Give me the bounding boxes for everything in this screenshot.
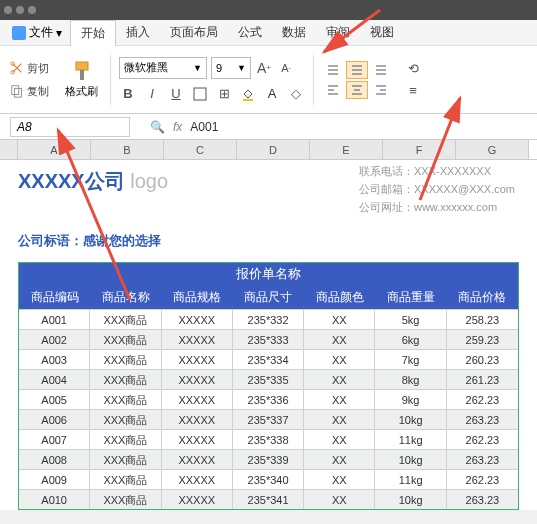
spreadsheet: ABCDEFG XXXXX公司 logo 联系电话：XXX-XXXXXXX 公司… <box>0 140 537 510</box>
align-bottom-button[interactable] <box>370 61 392 79</box>
phone-value: XXX-XXXXXXX <box>414 165 491 177</box>
align-left-button[interactable] <box>322 81 344 99</box>
underline-button[interactable]: U <box>167 85 185 103</box>
table-cell: XXX商品 <box>90 330 161 349</box>
tab-2[interactable]: 页面布局 <box>160 20 228 46</box>
ribbon: 剪切 复制 格式刷 微软雅黑 ▼ 9 ▼ A+ A- B I U <box>0 46 537 114</box>
col-header-F[interactable]: F <box>383 140 456 159</box>
col-header-B[interactable]: B <box>91 140 164 159</box>
table-row[interactable]: A002XXX商品XXXXX235*333XX6kg259.23 <box>19 329 518 349</box>
table-cell: XX <box>304 390 375 409</box>
align-top-button[interactable] <box>322 61 344 79</box>
orientation-button[interactable]: ⟲ <box>404 60 422 78</box>
indent-button[interactable]: ≡ <box>404 82 422 100</box>
tab-3[interactable]: 公式 <box>228 20 272 46</box>
svg-rect-5 <box>80 70 84 80</box>
table-row[interactable]: A004XXX商品XXXXX235*335XX8kg261.23 <box>19 369 518 389</box>
table-cell: XXXXX <box>162 310 233 329</box>
search-icon[interactable]: 🔍 <box>150 120 165 134</box>
copy-button[interactable]: 复制 <box>6 82 53 101</box>
increase-font-button[interactable]: A+ <box>255 59 273 77</box>
table-row[interactable]: A006XXX商品XXXXX235*337XX10kg263.23 <box>19 409 518 429</box>
table-cell: XXXXX <box>162 450 233 469</box>
table-cell: 10kg <box>375 450 446 469</box>
table-row[interactable]: A001XXX商品XXXXX235*332XX5kg258.23 <box>19 309 518 329</box>
format-painter-button[interactable]: 格式刷 <box>61 56 102 103</box>
font-size-select[interactable]: 9 ▼ <box>211 57 251 79</box>
table-cell: A006 <box>19 410 90 429</box>
scissors-icon <box>10 61 24 75</box>
align-middle-button[interactable] <box>346 61 368 79</box>
table-header-row: 商品编码商品名称商品规格商品尺寸商品颜色商品重量商品价格 <box>19 285 518 309</box>
table-cell: XXX商品 <box>90 310 161 329</box>
table-cell: XXX商品 <box>90 430 161 449</box>
table-cell: XXXXX <box>162 350 233 369</box>
table-cell: 11kg <box>375 430 446 449</box>
table-row[interactable]: A007XXX商品XXXXX235*338XX11kg262.23 <box>19 429 518 449</box>
svg-rect-2 <box>12 86 19 95</box>
cut-button[interactable]: 剪切 <box>6 59 53 78</box>
table-cell: XXX商品 <box>90 490 161 509</box>
table-cell: 5kg <box>375 310 446 329</box>
align-center-button[interactable] <box>346 81 368 99</box>
table-cell: XXX商品 <box>90 390 161 409</box>
table-row[interactable]: A008XXX商品XXXXX235*339XX10kg263.23 <box>19 449 518 469</box>
font-color-button[interactable]: A <box>263 85 281 103</box>
table-title: 报价单名称 <box>19 263 518 285</box>
decrease-font-button[interactable]: A- <box>277 59 295 77</box>
file-menu[interactable]: 文件 ▾ <box>6 22 68 43</box>
table-cell: 261.23 <box>447 370 518 389</box>
chevron-down-icon: ▾ <box>56 26 62 40</box>
tab-1[interactable]: 插入 <box>116 20 160 46</box>
col-header-A[interactable]: A <box>18 140 91 159</box>
font-name-select[interactable]: 微软雅黑 ▼ <box>119 57 207 79</box>
col-header-G[interactable]: G <box>456 140 529 159</box>
chevron-down-icon: ▼ <box>193 63 202 73</box>
file-label: 文件 <box>29 24 53 41</box>
tab-6[interactable]: 视图 <box>360 20 404 46</box>
table-row[interactable]: A003XXX商品XXXXX235*334XX7kg260.23 <box>19 349 518 369</box>
select-all-corner[interactable] <box>0 140 18 159</box>
border-button[interactable] <box>191 85 209 103</box>
tab-0[interactable]: 开始 <box>70 20 116 46</box>
table-cell: A002 <box>19 330 90 349</box>
col-header-C[interactable]: C <box>164 140 237 159</box>
titlebar <box>0 0 537 20</box>
col-header-D[interactable]: D <box>237 140 310 159</box>
table-cell: A005 <box>19 390 90 409</box>
table-cell: A008 <box>19 450 90 469</box>
tools-button[interactable]: ⊞ <box>215 85 233 103</box>
table-cell: A003 <box>19 350 90 369</box>
table-cell: A009 <box>19 470 90 489</box>
table-cell: 9kg <box>375 390 446 409</box>
table-header-cell: 商品尺寸 <box>233 285 304 309</box>
table-cell: A010 <box>19 490 90 509</box>
table-row[interactable]: A010XXX商品XXXXX235*341XX10kg263.23 <box>19 489 518 509</box>
table-cell: 235*339 <box>233 450 304 469</box>
tab-5[interactable]: 审阅 <box>316 20 360 46</box>
email-label: 公司邮箱： <box>359 183 414 195</box>
tab-4[interactable]: 数据 <box>272 20 316 46</box>
table-cell: XXX商品 <box>90 450 161 469</box>
align-right-button[interactable] <box>370 81 392 99</box>
brush-icon <box>70 60 94 84</box>
name-box[interactable]: A8 <box>10 117 130 137</box>
table-cell: 235*341 <box>233 490 304 509</box>
svg-rect-3 <box>14 88 21 97</box>
table-cell: XX <box>304 410 375 429</box>
align-group <box>322 61 392 99</box>
table-row[interactable]: A005XXX商品XXXXX235*336XX9kg262.23 <box>19 389 518 409</box>
table-cell: XXXXX <box>162 470 233 489</box>
table-cell: 235*340 <box>233 470 304 489</box>
table-cell: 259.23 <box>447 330 518 349</box>
table-row[interactable]: A009XXX商品XXXXX235*340XX11kg262.23 <box>19 469 518 489</box>
italic-button[interactable]: I <box>143 85 161 103</box>
formula-value[interactable]: A001 <box>190 120 218 134</box>
bold-button[interactable]: B <box>119 85 137 103</box>
table-cell: 260.23 <box>447 350 518 369</box>
fill-color-button[interactable] <box>239 85 257 103</box>
fx-label[interactable]: fx <box>173 120 182 134</box>
svg-rect-6 <box>194 88 206 100</box>
clear-button[interactable]: ◇ <box>287 85 305 103</box>
col-header-E[interactable]: E <box>310 140 383 159</box>
